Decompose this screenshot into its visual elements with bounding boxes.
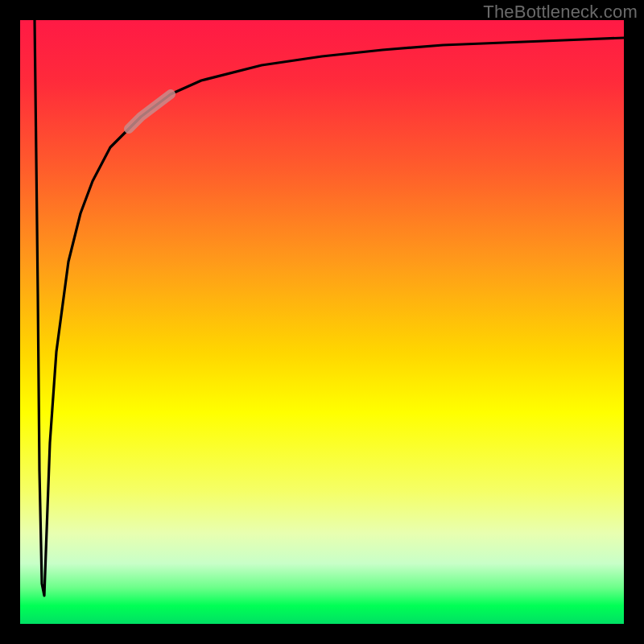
curve-svg <box>20 20 624 624</box>
highlight-segment <box>129 94 171 129</box>
main-curve <box>35 20 624 596</box>
plot-area <box>20 20 624 624</box>
watermark-text: TheBottleneck.com <box>483 2 638 23</box>
chart-frame: TheBottleneck.com <box>0 0 644 644</box>
